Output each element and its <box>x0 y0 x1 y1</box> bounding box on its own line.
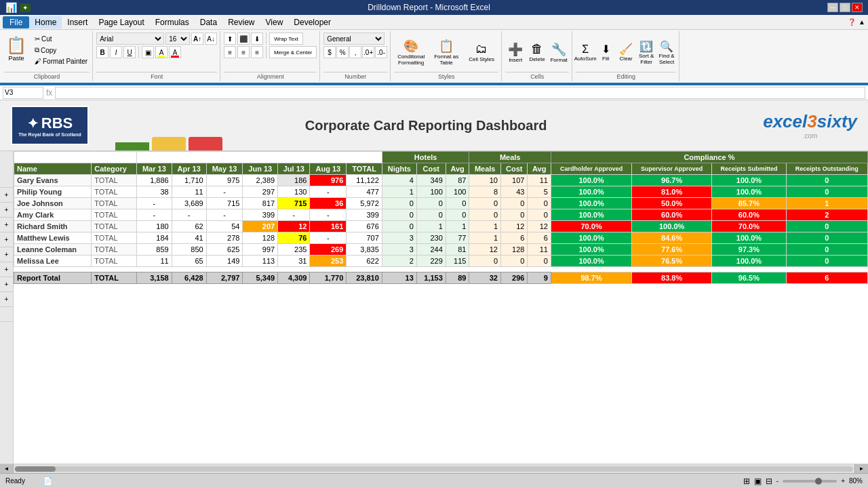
fill-color-btn[interactable]: A <box>155 46 167 58</box>
comma-btn[interactable]: , <box>349 46 361 58</box>
window-controls[interactable]: ─ □ ✕ <box>827 3 863 12</box>
format-cells-btn[interactable]: 🔧 Format <box>549 42 569 63</box>
ribbon-collapse-btn[interactable]: ▲ <box>859 18 865 26</box>
format-painter-btn[interactable]: 🖌Format Painter <box>33 56 90 66</box>
menu-developer[interactable]: Developer <box>288 16 336 28</box>
fill-btn[interactable]: ⬇ Fill <box>596 43 615 62</box>
normal-view-btn[interactable]: ⊞ <box>743 476 750 486</box>
c1-gary[interactable]: 100.0% <box>551 175 631 186</box>
jun-gary[interactable]: 2,389 <box>243 175 278 186</box>
number-format-select[interactable]: General <box>323 33 384 45</box>
menu-review[interactable]: Review <box>222 16 260 28</box>
clear-btn[interactable]: 🧹 Clear <box>616 43 635 62</box>
cut-btn[interactable]: ✂Cut <box>33 34 90 44</box>
menu-formulas[interactable]: Formulas <box>150 16 195 28</box>
menu-home[interactable]: Home <box>29 16 62 28</box>
paste-btn[interactable]: 📋 Paste <box>4 34 28 64</box>
c2-gary[interactable]: 96.7% <box>632 175 712 186</box>
name-amy[interactable]: Amy Clark <box>14 209 92 221</box>
format-table-btn[interactable]: 📋 Format as Table <box>429 39 463 66</box>
conditional-format-btn[interactable]: 🎨 Conditional Formatting <box>394 39 428 66</box>
c4-gary[interactable]: 0 <box>786 175 867 186</box>
hotel-cost-gary[interactable]: 349 <box>416 175 446 186</box>
align-right-btn[interactable]: ≡ <box>251 46 263 58</box>
align-center-btn[interactable]: ≡ <box>237 46 250 58</box>
copy-btn[interactable]: ⧉Copy <box>33 45 90 56</box>
find-select-btn[interactable]: 🔍 Find & Select <box>657 40 676 65</box>
apr-gary[interactable]: 1,710 <box>172 175 206 186</box>
name-melissa[interactable]: Melissa Lee <box>14 256 92 267</box>
border-btn[interactable]: ▣ <box>142 46 154 58</box>
font-name-select[interactable]: Arial <box>96 33 164 45</box>
menu-view[interactable]: View <box>260 16 289 28</box>
page-break-btn[interactable]: ⊟ <box>766 476 772 486</box>
hotel-avg-gary[interactable]: 87 <box>446 175 469 186</box>
close-btn[interactable]: ✕ <box>852 3 863 12</box>
expand-matthew[interactable]: + <box>0 262 13 277</box>
autosum-btn[interactable]: Σ AutoSum <box>576 43 595 62</box>
may-gary[interactable]: 975 <box>206 175 243 186</box>
mar-gary[interactable]: 1,886 <box>137 175 172 186</box>
menu-data[interactable]: Data <box>195 16 222 28</box>
insert-cells-btn[interactable]: ➕ Insert <box>505 42 526 63</box>
expand-melissa[interactable]: + <box>0 292 13 307</box>
meal-avg-gary[interactable]: 11 <box>528 175 551 186</box>
formula-input[interactable] <box>55 87 865 99</box>
total-gary[interactable]: 11,122 <box>347 175 382 186</box>
merge-center-btn[interactable]: Merge & Center <box>269 46 317 58</box>
delete-cells-btn[interactable]: 🗑 Delete <box>527 42 547 62</box>
nights-gary[interactable]: 4 <box>382 175 416 186</box>
font-size-down-btn[interactable]: A↓ <box>205 33 217 45</box>
zoom-in-btn[interactable]: + <box>841 477 845 485</box>
expand-amy[interactable]: + <box>0 232 13 247</box>
help-btn[interactable]: ❓ <box>848 18 856 26</box>
name-gary[interactable]: Gary Evans <box>14 175 92 186</box>
percent-btn[interactable]: % <box>336 46 349 58</box>
expand-leanne[interactable]: + <box>0 277 13 292</box>
dec-more-btn[interactable]: .0+ <box>362 46 374 58</box>
jul-gary[interactable]: 186 <box>278 175 310 186</box>
sort-filter-btn[interactable]: 🔃 Sort & Filter <box>637 40 656 65</box>
cell-reference-input[interactable]: V3 <box>3 87 43 99</box>
font-color-btn[interactable]: A <box>169 46 181 58</box>
name-joe[interactable]: Joe Johnson <box>14 198 92 209</box>
align-mid-btn[interactable]: ⬛ <box>237 33 250 45</box>
expand-richard[interactable]: + <box>0 247 13 262</box>
nav-tab-1[interactable] <box>115 142 149 150</box>
align-left-btn[interactable]: ≡ <box>224 46 236 58</box>
menu-file[interactable]: File <box>3 16 29 28</box>
align-bottom-btn[interactable]: ⬇ <box>251 33 263 45</box>
aug-gary[interactable]: 976 <box>310 175 347 186</box>
cell-styles-btn[interactable]: 🗂 Cell Styles <box>465 42 498 62</box>
font-size-up-btn[interactable]: A↑ <box>191 33 203 45</box>
meal-cost-gary[interactable]: 107 <box>501 175 528 186</box>
underline-btn[interactable]: U <box>123 46 136 58</box>
cat-gary: TOTAL <box>92 175 137 186</box>
nav-tab-2[interactable] <box>152 137 186 150</box>
restore-btn[interactable]: □ <box>840 3 850 12</box>
name-philip[interactable]: Philip Young <box>14 186 92 198</box>
minimize-btn[interactable]: ─ <box>827 3 838 12</box>
name-richard[interactable]: Richard Smith <box>14 221 92 232</box>
meals-gary[interactable]: 10 <box>469 175 501 186</box>
menu-insert[interactable]: Insert <box>62 16 93 28</box>
menu-page-layout[interactable]: Page Layout <box>93 16 149 28</box>
zoom-out-btn[interactable]: - <box>776 477 778 485</box>
nav-tab-3[interactable] <box>189 137 222 150</box>
expand-gary[interactable]: + <box>0 188 13 203</box>
expand-philip[interactable]: + <box>0 203 13 218</box>
zoom-slider[interactable] <box>783 480 837 483</box>
expand-joe[interactable]: + <box>0 218 13 232</box>
bold-btn[interactable]: B <box>96 46 108 58</box>
wrap-text-btn[interactable]: Wrap Text <box>269 33 303 45</box>
align-top-btn[interactable]: ⬆ <box>224 33 236 45</box>
currency-btn[interactable]: $ <box>323 46 336 58</box>
font-size-select[interactable]: 16 <box>165 33 190 45</box>
name-leanne[interactable]: Leanne Coleman <box>14 244 92 256</box>
name-matthew[interactable]: Matthew Lewis <box>14 232 92 244</box>
dec-less-btn[interactable]: .0- <box>375 46 387 58</box>
horizontal-scrollbar[interactable]: ◄ ► <box>0 464 868 473</box>
c3-gary[interactable]: 100.0% <box>712 175 787 186</box>
italic-btn[interactable]: I <box>110 46 122 58</box>
page-layout-btn[interactable]: ▣ <box>754 476 762 486</box>
